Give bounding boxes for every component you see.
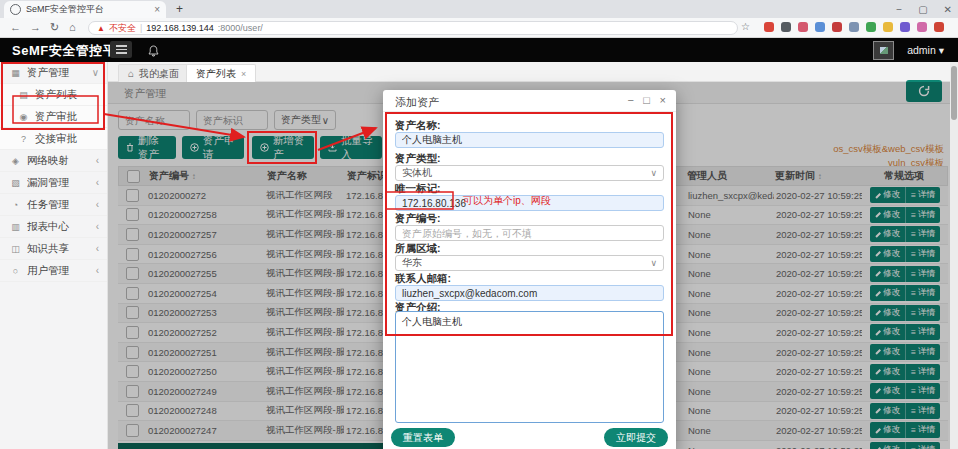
screen: SeMF安全管控平台 × + − ▢ ✕ ← → ↻ ⌂ ▲ 不安全 | 192… — [0, 0, 958, 449]
sidebar-item-icon: ? — [18, 134, 29, 144]
page-scrollbar[interactable] — [950, 62, 958, 449]
hamburger-menu-icon[interactable] — [110, 41, 132, 58]
bell-icon[interactable] — [148, 43, 159, 61]
asset-type-select[interactable]: 实体机 ∨ — [395, 165, 664, 181]
sidebar-item[interactable]: ▤ 资产列表 — [0, 84, 107, 106]
chevron-down-icon: ∨ — [650, 258, 657, 268]
modal-minimize-icon[interactable]: − — [628, 94, 634, 107]
chevron-icon: ‹ — [96, 199, 99, 210]
sidebar-item[interactable]: ▥ 报表中心 ‹ — [0, 216, 107, 238]
avatar[interactable] — [873, 41, 894, 60]
app-header: SeMF安全管控平台 admin ▾ — [0, 38, 958, 62]
sidebar-item[interactable]: ◔ 任务管理 ‹ — [0, 194, 107, 216]
asset-name-label: 资产名称: — [395, 119, 441, 133]
home-icon[interactable]: ⌂ — [69, 21, 76, 33]
add-asset-modal: 添加资产 − □ × 资产名称: 资产类型: 实体机 ∨ 唯一标记: 可以为单个… — [383, 90, 676, 449]
extension-icon[interactable] — [764, 22, 774, 32]
asset-intro-textarea[interactable]: 个人电脑主机 — [395, 311, 664, 423]
chevron-icon: ‹ — [96, 177, 99, 188]
sidebar-item-label: 交接审批 — [35, 132, 93, 146]
contact-email-input[interactable] — [395, 285, 664, 301]
chevron-icon: ‹ — [96, 221, 99, 232]
close-icon[interactable]: × — [241, 69, 246, 79]
unique-mark-label: 唯一标记: — [395, 182, 441, 196]
asset-number-input[interactable] — [395, 225, 664, 241]
sidebar-item[interactable]: ▧ 漏洞管理 ‹ — [0, 172, 107, 194]
sidebar-item-icon: ▥ — [10, 222, 21, 232]
tab-close-icon[interactable]: × — [154, 4, 160, 15]
extension-icons — [764, 22, 944, 32]
chevron-icon: ‹ — [96, 265, 99, 276]
sidebar-item-label: 报表中心 — [27, 220, 90, 234]
extension-icon[interactable] — [798, 22, 808, 32]
modal-close-icon[interactable]: × — [660, 94, 666, 107]
sidebar-item-icon: ▧ — [10, 178, 21, 188]
forward-icon[interactable]: → — [30, 21, 41, 33]
extension-icon[interactable] — [781, 22, 791, 32]
favicon-globe-icon — [10, 4, 21, 15]
browser-tab-title: SeMF安全管控平台 — [26, 3, 149, 16]
extension-icon[interactable] — [849, 22, 859, 32]
sidebar-item[interactable]: ? 交接审批 — [0, 128, 107, 150]
url-box[interactable]: ▲ 不安全 | 192.168.139.144 :8000/user/ — [88, 21, 738, 35]
chevron-down-icon: ▾ — [939, 44, 944, 56]
sidebar-item-icon: ◈ — [10, 156, 21, 166]
url-path: :8000/user/ — [218, 23, 263, 33]
asset-number-label: 资产编号: — [395, 212, 441, 226]
sidebar-item-icon: ◫ — [10, 244, 21, 254]
sidebar-item-label: 知识共享 — [27, 242, 90, 256]
reload-icon[interactable]: ↻ — [50, 21, 59, 34]
sidebar-item[interactable]: ▦ 资产管理 ∨ — [0, 62, 107, 84]
asset-type-label: 资产类型: — [395, 152, 441, 166]
sidebar-item-label: 任务管理 — [27, 198, 90, 212]
modal-header: 添加资产 − □ × — [383, 90, 676, 112]
window-controls: − ▢ ✕ — [896, 0, 952, 18]
tab-my-desktop[interactable]: ⌂ 我的桌面 — [118, 64, 189, 82]
chevron-down-icon: ∨ — [650, 168, 657, 178]
sidebar-item-icon: ◉ — [18, 112, 29, 122]
submit-button[interactable]: 立即提交 — [604, 428, 668, 447]
sidebar-item-label: 资产管理 — [27, 66, 86, 80]
sidebar-item[interactable]: ◫ 知识共享 ‹ — [0, 238, 107, 260]
home-icon: ⌂ — [128, 68, 134, 79]
asset-name-input[interactable] — [395, 132, 664, 148]
browser-tab[interactable]: SeMF安全管控平台 × — [4, 1, 166, 18]
sidebar-item-label: 网络映射 — [27, 154, 90, 168]
reset-form-button[interactable]: 重置表单 — [391, 428, 455, 447]
extension-icon[interactable] — [866, 22, 876, 32]
extension-icon[interactable] — [934, 22, 944, 32]
sidebar-item[interactable]: ◉ 资产审批 — [0, 106, 107, 128]
back-icon[interactable]: ← — [10, 21, 21, 33]
sidebar-item-label: 资产列表 — [35, 88, 93, 102]
window-close-icon[interactable]: ✕ — [944, 4, 952, 15]
sidebar-item-icon: ▤ — [18, 90, 29, 100]
browser-tab-strip: SeMF安全管控平台 × + − ▢ ✕ — [0, 0, 958, 18]
window-minimize-icon[interactable]: − — [896, 4, 902, 15]
sidebar: ▦ 资产管理 ∨ ▤ 资产列表 ◉ 资产审批 ? 交接审批 ◈ 网络映射 ‹ ▧… — [0, 62, 108, 449]
extension-icon[interactable] — [815, 22, 825, 32]
new-tab-button[interactable]: + — [176, 2, 183, 16]
extension-icon[interactable] — [883, 22, 893, 32]
sidebar-item-icon: ○ — [10, 266, 21, 276]
tab-asset-list[interactable]: 资产列表 × — [186, 64, 256, 82]
bookmark-star-icon[interactable]: ☆ — [741, 21, 750, 32]
warning-icon: ▲ — [97, 24, 105, 33]
region-select[interactable]: 华东 ∨ — [395, 255, 664, 271]
asset-type-value: 实体机 — [402, 166, 650, 180]
user-menu[interactable]: admin ▾ — [907, 44, 944, 56]
url-separator: | — [140, 23, 142, 33]
extension-icon[interactable] — [900, 22, 910, 32]
sidebar-item[interactable]: ○ 用户管理 ‹ — [0, 260, 107, 282]
chevron-icon: ‹ — [96, 155, 99, 166]
extension-icon[interactable] — [917, 22, 927, 32]
not-secure-label: 不安全 — [109, 22, 136, 35]
modal-maximize-icon[interactable]: □ — [643, 94, 650, 107]
tab-label: 我的桌面 — [139, 67, 179, 81]
scrollbar-thumb[interactable] — [951, 66, 957, 120]
sidebar-item[interactable]: ◈ 网络映射 ‹ — [0, 150, 107, 172]
chevron-icon: ‹ — [96, 243, 99, 254]
sidebar-item-label: 资产审批 — [35, 110, 93, 124]
extension-icon[interactable] — [832, 22, 842, 32]
region-value: 华东 — [402, 256, 650, 270]
window-maximize-icon[interactable]: ▢ — [918, 4, 927, 15]
